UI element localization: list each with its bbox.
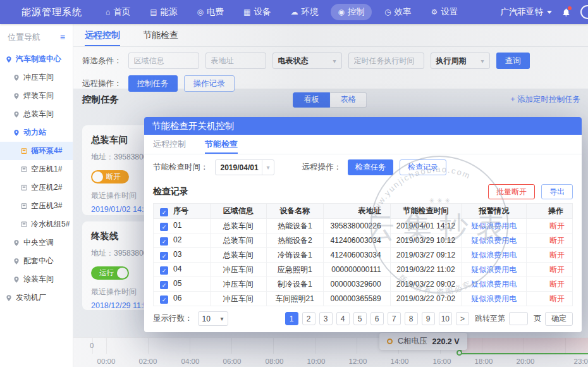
power-toggle[interactable]: 断开: [91, 170, 129, 184]
nav-electricity-fee[interactable]: ◎电费: [190, 4, 231, 20]
row-checkbox[interactable]: ✓: [160, 237, 168, 246]
table-row[interactable]: ✓04 冲压车间 应急照明1 000000000111 2019/03/22 1…: [154, 263, 573, 277]
alarm-link[interactable]: 疑似浪费用电: [462, 263, 527, 277]
sidebar-item-auto-center[interactable]: 汽车制造中心: [0, 50, 73, 68]
nav-settings[interactable]: ⚙设置: [424, 4, 465, 20]
sidebar-item-support-center[interactable]: 配套中心: [0, 252, 73, 270]
page-button-2[interactable]: 2: [302, 312, 315, 325]
page-button-6[interactable]: 6: [371, 312, 384, 325]
page-button-5[interactable]: 5: [353, 312, 367, 325]
alarm-link[interactable]: 疑似浪费用电: [462, 277, 527, 292]
meter-status-select[interactable]: 电表状态▾: [273, 53, 342, 69]
tab-energy-check[interactable]: 节能检查: [143, 24, 178, 46]
disconnect-link[interactable]: 断开: [527, 292, 573, 306]
next-page-button[interactable]: >: [456, 312, 469, 325]
page-button-4[interactable]: 4: [336, 312, 350, 325]
disconnect-link[interactable]: 断开: [527, 248, 573, 263]
page-button-7[interactable]: 7: [388, 312, 401, 325]
modal-tab-remote-control[interactable]: 远程控制: [153, 135, 186, 154]
page-button-10[interactable]: 10: [439, 312, 452, 325]
pin-icon: [13, 92, 20, 100]
chart-series-line: [461, 353, 588, 354]
table-row[interactable]: ✓05 冲压车间 制冷设备1 000000329600 2019/03/22 0…: [154, 277, 573, 292]
alarm-link[interactable]: 疑似浪费用电: [462, 219, 527, 233]
tab-remote-control[interactable]: 远程控制: [85, 24, 120, 46]
board-view-toggle[interactable]: 看板: [293, 92, 330, 108]
modal-tab-energy-check[interactable]: 节能检查: [205, 135, 238, 154]
check-date-select[interactable]: 2019/04/01▾: [215, 159, 274, 175]
search-button[interactable]: 查询: [496, 53, 530, 69]
pin-icon: [5, 56, 13, 63]
table-row[interactable]: ✓03 总装车间 冷饰设备1 412406003034 2019/03/27 0…: [154, 248, 573, 263]
power-toggle[interactable]: 运行: [91, 266, 129, 280]
row-checkbox[interactable]: ✓: [160, 223, 168, 231]
disconnect-link[interactable]: 断开: [527, 277, 573, 292]
add-scheduled-task-link[interactable]: + 添加定时控制任务: [510, 94, 580, 105]
sidebar-item-circulating-pump-4[interactable]: 循环泵4#: [0, 142, 73, 160]
disconnect-link[interactable]: 断开: [527, 233, 573, 248]
sidebar-item-chiller-unit-5[interactable]: 冷水机组5#: [0, 215, 73, 233]
sidebar-item-welding-shop[interactable]: 焊装车间: [0, 87, 73, 105]
rows-per-page-select[interactable]: 10▾: [198, 311, 228, 326]
notifications-bell[interactable]: [561, 8, 571, 17]
records-title: 检查记录: [153, 186, 188, 197]
sidebar-title: 位置导航: [8, 32, 40, 43]
table-row[interactable]: ✓01 总装车间 热能设备1 395838000226 2019/04/01 1…: [154, 219, 573, 233]
nav-environment[interactable]: ☁环境: [283, 4, 325, 20]
sidebar-item-air-compressor-3[interactable]: 空压机3#: [0, 197, 73, 215]
control-task-button[interactable]: 控制任务: [128, 75, 178, 92]
nav-efficiency[interactable]: ◷效率: [377, 4, 418, 20]
user-avatar-partial[interactable]: [580, 5, 588, 19]
disconnect-link[interactable]: 断开: [527, 263, 573, 277]
meter-icon: [20, 147, 28, 155]
nav-control[interactable]: ◉控制: [331, 4, 371, 20]
main-nav: ⌂首页 ▤能源 ◎电费 ▦设备 ☁环境 ◉控制 ◷效率 ⚙设置: [99, 4, 465, 20]
nav-energy[interactable]: ▤能源: [143, 4, 184, 20]
export-button[interactable]: 导出: [541, 184, 573, 199]
sidebar-item-assembly-shop[interactable]: 总装车间: [0, 105, 73, 123]
row-checkbox[interactable]: ✓: [160, 266, 168, 275]
sidebar-item-painting-shop[interactable]: 涂装车间: [0, 270, 73, 289]
cycle-select[interactable]: 执行周期▾: [431, 53, 490, 69]
check-task-button[interactable]: 检查任务: [348, 159, 393, 175]
check-records-table: ✓序号 区域信息 设备名称 表地址 节能检查时间 报警情况 操作 ✓01 总装车…: [153, 203, 573, 306]
table-view-toggle[interactable]: 表格: [330, 92, 367, 108]
page-button-8[interactable]: 8: [405, 312, 418, 325]
account-menu[interactable]: 广汽菲亚特: [501, 6, 553, 18]
confirm-button[interactable]: 确定: [545, 312, 573, 326]
meter-icon: [20, 221, 28, 228]
row-checkbox[interactable]: ✓: [160, 295, 168, 304]
row-checkbox[interactable]: ✓: [160, 252, 168, 260]
nav-home[interactable]: ⌂首页: [99, 4, 137, 20]
sidebar-item-central-ac[interactable]: 中央空调: [0, 233, 73, 252]
sidebar-item-engine-plant[interactable]: 发动机厂: [0, 289, 73, 307]
nav-label: 设置: [441, 6, 458, 18]
sidebar-item-air-compressor-2[interactable]: 空压机2#: [0, 178, 73, 197]
records-header: 检查记录 批量断开 导出: [144, 180, 582, 203]
table-row[interactable]: ✓02 总装车间 热能设备2 412406003034 2019/03/29 1…: [154, 233, 573, 248]
nav-device[interactable]: ▦设备: [236, 4, 278, 20]
sidebar-item-stamping-shop[interactable]: 冲压车间: [0, 68, 73, 87]
collapse-icon[interactable]: ≡: [60, 32, 65, 42]
meter-address-input[interactable]: [205, 53, 266, 69]
row-checkbox[interactable]: ✓: [160, 281, 168, 289]
alarm-link[interactable]: 疑似浪费用电: [462, 292, 527, 306]
check-record-button[interactable]: 检查记录: [400, 159, 446, 175]
area-info-input[interactable]: [128, 53, 199, 69]
select-all-checkbox[interactable]: ✓: [160, 208, 168, 216]
page-button-3[interactable]: 3: [319, 312, 333, 325]
sidebar-header: 位置导航 ≡: [0, 24, 73, 50]
table-row[interactable]: ✓06 冲压车间 车间照明21 000000365589 2019/03/22 …: [154, 292, 573, 306]
sidebar-item-power-station[interactable]: 动力站: [0, 123, 73, 142]
jump-page-input[interactable]: [509, 312, 528, 325]
alarm-link[interactable]: 疑似浪费用电: [462, 233, 527, 248]
disconnect-link[interactable]: 断开: [527, 219, 573, 233]
alarm-link[interactable]: 疑似浪费用电: [462, 248, 527, 263]
operation-record-button[interactable]: 操作记录: [184, 75, 235, 92]
sidebar-item-air-compressor-1[interactable]: 空压机1#: [0, 160, 73, 178]
batch-disconnect-button[interactable]: 批量断开: [488, 184, 535, 199]
task-time-input[interactable]: [348, 53, 424, 69]
page-button-1[interactable]: 1: [285, 312, 298, 325]
page-button-9[interactable]: 9: [422, 312, 435, 325]
modal-tabs: 远程控制 节能检查: [144, 135, 582, 154]
